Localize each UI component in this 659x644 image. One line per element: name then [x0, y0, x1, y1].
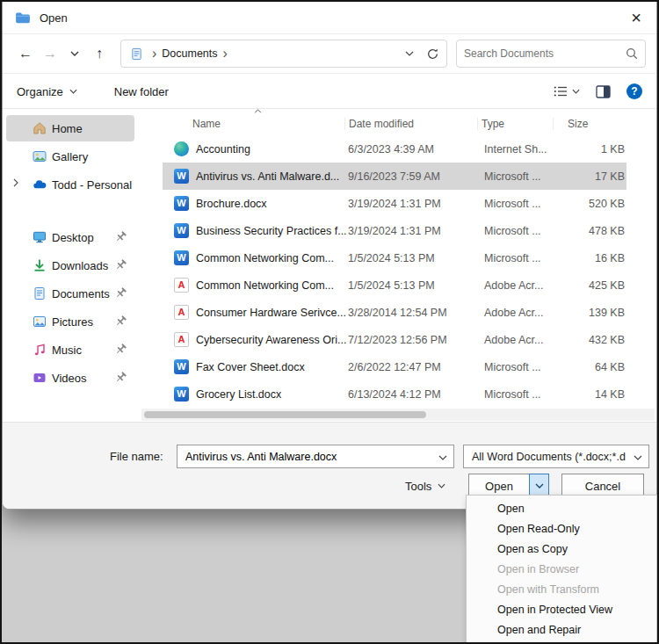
open-options-menu: Open Open Read-Only Open as Copy Open in…: [466, 495, 657, 644]
file-name: Consumer Hardware Serivce...: [196, 307, 348, 319]
menu-item[interactable]: Open in Protected View: [467, 599, 656, 619]
file-row[interactable]: Business Security Practices f... 3/19/20…: [163, 217, 626, 244]
menu-item[interactable]: Open in Browser: [467, 559, 656, 579]
sidebar-item-gallery[interactable]: Gallery: [6, 143, 134, 170]
forward-button[interactable]: →: [38, 40, 62, 67]
home-icon: [33, 121, 47, 135]
organize-button[interactable]: Organize: [17, 85, 77, 98]
up-button[interactable]: ↑: [87, 40, 112, 67]
scrollbar-thumb[interactable]: [144, 411, 426, 418]
menu-item-label: Open in Protected View: [497, 604, 612, 616]
file-row[interactable]: Cybersecurity Awareness Ori... 7/12/2023…: [163, 326, 626, 353]
refresh-icon[interactable]: [426, 47, 439, 61]
new-folder-button[interactable]: New folder: [114, 85, 169, 98]
help-button[interactable]: ?: [626, 83, 642, 99]
sidebar-item-home[interactable]: Home: [6, 115, 134, 141]
expand-chevron-icon[interactable]: [13, 178, 18, 187]
breadcrumb-separator-icon[interactable]: ›: [223, 46, 228, 62]
file-name-combobox[interactable]: [177, 445, 454, 468]
file-type-icon: [174, 250, 189, 265]
sidebar-item-documents[interactable]: Documents: [6, 280, 134, 307]
file-row[interactable]: Grocery List.docx 6/13/2024 4:12 PM Micr…: [163, 380, 626, 408]
file-row[interactable]: Accounting 6/3/2023 4:39 AM Internet Sh.…: [163, 135, 626, 163]
sidebar-item-downloads[interactable]: Downloads: [6, 252, 134, 279]
file-type-icon: [174, 305, 189, 320]
column-header-date-modified[interactable]: Date modified: [344, 118, 481, 130]
breadcrumb-separator-icon: ›: [152, 46, 156, 62]
file-name: Brochure.docx: [196, 198, 348, 210]
preview-pane-button[interactable]: [596, 85, 611, 98]
file-type-icon: [174, 223, 189, 238]
menu-item[interactable]: Open and Repair: [467, 619, 656, 640]
view-options-button[interactable]: [554, 84, 580, 98]
file-type-icon: [174, 196, 189, 211]
back-button[interactable]: ←: [13, 40, 38, 67]
file-row[interactable]: Fax Cover Sheet.docx 2/6/2022 12:47 PM M…: [163, 353, 626, 380]
file-name-label: File name:: [110, 450, 163, 463]
file-type: Microsoft ...: [484, 252, 563, 264]
address-bar[interactable]: › Documents ›: [120, 40, 447, 68]
sidebar-item-onedrive[interactable]: Todd - Personal: [6, 171, 134, 198]
file-list-pane: Name Date modified Type Size Accounting …: [141, 109, 655, 422]
tools-label: Tools: [405, 480, 431, 493]
pin-icon: [114, 230, 127, 243]
menu-item-label: Open in Browser: [497, 563, 579, 575]
pin-icon: [114, 258, 127, 271]
close-button[interactable]: ×: [616, 2, 656, 33]
file-type: Microsoft ...: [484, 225, 563, 237]
file-row[interactable]: Common Networking Com... 1/5/2024 5:13 P…: [163, 244, 626, 271]
sidebar-item-desktop[interactable]: Desktop: [6, 224, 134, 250]
file-size: 425 KB: [563, 279, 625, 292]
menu-item[interactable]: Open with Transform: [467, 579, 656, 599]
sidebar-separator: [3, 199, 138, 222]
sidebar-item-pictures[interactable]: Pictures: [6, 308, 134, 335]
sidebar-item-videos[interactable]: Videos: [6, 365, 134, 391]
file-size: 1 KB: [563, 143, 625, 156]
pin-icon: [114, 286, 127, 300]
file-row[interactable]: Common Networking Com... 1/5/2024 5:13 P…: [163, 271, 626, 299]
horizontal-scrollbar[interactable]: [141, 409, 655, 421]
menu-item[interactable]: Open Read-Only: [467, 518, 656, 539]
file-name-input[interactable]: [185, 451, 434, 463]
search-box[interactable]: [456, 40, 646, 68]
list-view-icon: [554, 84, 568, 98]
file-size: 14 KB: [563, 388, 625, 401]
file-date-modified: 3/19/2024 1:31 PM: [348, 198, 484, 210]
column-header-type[interactable]: Type: [477, 118, 556, 130]
column-header-size[interactable]: Size: [553, 118, 614, 130]
open-dialog: Open × ← → ↑ › Documents ›: [2, 2, 657, 510]
file-row[interactable]: Consumer Hardware Serivce... 3/28/2014 1…: [163, 299, 626, 326]
file-type: Internet Sh...: [484, 143, 563, 156]
chevron-down-icon[interactable]: [438, 455, 447, 460]
file-date-modified: 6/13/2024 4:12 PM: [348, 388, 484, 401]
sidebar-item-label: Gallery: [52, 150, 88, 163]
pin-icon: [114, 315, 127, 328]
file-row[interactable]: Brochure.docx 3/19/2024 1:31 PM Microsof…: [163, 190, 626, 217]
organize-label: Organize: [17, 85, 63, 98]
file-type-value: All Word Documents (*.docx;*.d: [472, 451, 626, 463]
navigation-toolbar: ← → ↑ › Documents ›: [3, 33, 656, 74]
sidebar-item-label: Documents: [52, 287, 110, 300]
file-name: Grocery List.docx: [196, 388, 348, 401]
search-input[interactable]: [464, 47, 626, 60]
search-icon[interactable]: [626, 47, 638, 60]
onedrive-cloud-icon: [33, 177, 47, 192]
file-type-dropdown[interactable]: All Word Documents (*.docx;*.d: [463, 445, 649, 468]
recent-locations-chevron-icon[interactable]: [62, 40, 87, 67]
menu-item[interactable]: Open: [467, 498, 656, 518]
menu-item[interactable]: Open as Copy: [467, 539, 656, 559]
videos-icon: [33, 371, 47, 385]
file-date-modified: 6/3/2023 4:39 AM: [348, 143, 484, 156]
file-date-modified: 3/28/2014 12:54 PM: [348, 307, 484, 319]
file-type: Adobe Acr...: [484, 307, 563, 319]
address-dropdown-chevron-icon[interactable]: [405, 51, 414, 56]
tools-button[interactable]: Tools: [405, 474, 445, 498]
breadcrumb-documents[interactable]: Documents: [162, 47, 217, 60]
column-header-name[interactable]: Name: [192, 118, 348, 130]
file-date-modified: 7/12/2023 12:56 PM: [348, 334, 484, 346]
sidebar-item-music[interactable]: Music: [6, 336, 134, 363]
file-name: Antivirus vs. Anti Malware.d...: [196, 170, 348, 183]
file-row[interactable]: Antivirus vs. Anti Malware.d... 9/16/202…: [163, 163, 626, 190]
pictures-icon: [33, 315, 47, 329]
file-name: Accounting: [196, 143, 348, 156]
